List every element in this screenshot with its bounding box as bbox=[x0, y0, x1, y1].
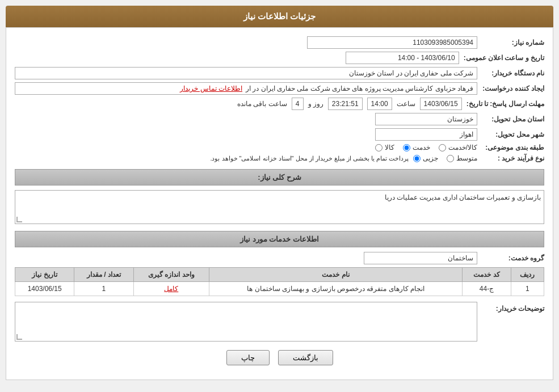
back-button[interactable]: بازگشت bbox=[278, 350, 333, 365]
page-header: جزئیات اطلاعات نیاز bbox=[6, 6, 553, 27]
radio-khedmat[interactable] bbox=[403, 144, 410, 151]
radio-kala-item: کالا bbox=[375, 144, 394, 151]
grooh-value: ساختمان bbox=[364, 252, 477, 264]
ostan-row: استان محل تحویل: خوزستان bbox=[15, 113, 544, 125]
col-kod: کد خدمت bbox=[463, 268, 511, 282]
radio-khedmat-item: خدمت bbox=[403, 144, 430, 151]
sharh-value: بازسازی و تعمیرات ساختمان اداری مدیریت ع… bbox=[385, 193, 541, 201]
buyer-notes-row: توضیحات خریدار: bbox=[15, 302, 544, 342]
mohlat-saat-label: ساعت bbox=[397, 100, 415, 108]
tabaghebandi-radio-group: کالا/خدمت خدمت کالا bbox=[375, 144, 477, 151]
shomare-niaz-row: شماره نیاز: 1103093985005394 bbox=[15, 36, 544, 49]
mohlat-row: مهلت ارسال پاسخ: تا تاریخ: 1403/06/15 سا… bbox=[15, 98, 544, 110]
shahr-value: اهواز bbox=[375, 128, 477, 141]
idad-label: ایجاد کننده درخواست: bbox=[482, 85, 544, 92]
radio-kala-khedmat-item: کالا/خدمت bbox=[439, 144, 477, 151]
sharh-section-label: شرح کلی نیاز: bbox=[258, 173, 301, 182]
cell-radif: 1 bbox=[511, 282, 544, 296]
tarikh-label: تاریخ و ساعت اعلان عمومی: bbox=[464, 54, 544, 62]
sharh-container: بازسازی و تعمیرات ساختمان اداری مدیریت ع… bbox=[15, 190, 544, 224]
radio-kala-label: کالا bbox=[385, 144, 394, 151]
radio-motovaset-item: متوسط bbox=[447, 154, 477, 162]
mohlat-baqi: 23:21:51 bbox=[328, 98, 363, 110]
buyer-notes-container bbox=[15, 302, 477, 342]
sharh-section-title: شرح کلی نیاز: bbox=[15, 169, 544, 186]
mohlat-baqi-label: ساعت باقی مانده bbox=[237, 100, 287, 108]
radio-jozi[interactable] bbox=[413, 155, 421, 162]
mohlat-saat: 14:00 bbox=[367, 98, 392, 110]
resize-corner-icon-2 bbox=[16, 334, 22, 340]
mohlat-rooz: 4 bbox=[292, 98, 304, 110]
radio-khedmat-label: خدمت bbox=[413, 144, 430, 151]
khedamat-section-label: اطلاعات خدمات مورد نیاز bbox=[240, 235, 319, 243]
tarikh-value: 1403/06/10 - 14:00 bbox=[346, 52, 459, 64]
cell-nam: انجام کارهای متفرقه درخصوص بازسازی و بهس… bbox=[209, 282, 463, 296]
nam-dastgah-label: نام دستگاه خریدار: bbox=[482, 69, 544, 77]
button-bar: بازگشت چاپ bbox=[15, 350, 544, 371]
tabaghebandi-row: طبقه بندی موضوعی: کالا/خدمت خدمت کالا bbox=[15, 144, 544, 151]
nam-dastgah-row: نام دستگاه خریدار: شرکت ملی حفاری ایران … bbox=[15, 67, 544, 79]
grooh-row: گروه خدمت: ساختمان bbox=[15, 252, 544, 264]
farayand-text: پرداخت تمام یا بخشی از مبلغ خریدار از مح… bbox=[210, 155, 409, 162]
mohlat-rooz-label: روز و bbox=[308, 100, 323, 108]
sharh-value-box: بازسازی و تعمیرات ساختمان اداری مدیریت ع… bbox=[15, 190, 544, 224]
cell-tarikh: 1403/06/15 bbox=[15, 282, 74, 296]
col-radif: ردیف bbox=[511, 268, 544, 282]
shahr-row: شهر محل تحویل: اهواز bbox=[15, 128, 544, 141]
table-row: 1ج-44انجام کارهای متفرقه درخصوص بازسازی … bbox=[15, 282, 544, 296]
radio-kala-khedmat[interactable] bbox=[439, 144, 446, 151]
ostan-label: استان محل تحویل: bbox=[482, 115, 544, 123]
header-title: جزئیات اطلاعات نیاز bbox=[243, 11, 316, 21]
col-tedad: تعداد / مقدار bbox=[74, 268, 133, 282]
khedamat-section-title: اطلاعات خدمات مورد نیاز bbox=[15, 231, 544, 247]
tabaghebandi-label: طبقه بندی موضوعی: bbox=[482, 144, 544, 151]
col-vahed: واحد اندازه گیری bbox=[133, 268, 209, 282]
main-content: شماره نیاز: 1103093985005394 تاریخ و ساع… bbox=[6, 27, 553, 380]
cell-kod: ج-44 bbox=[463, 282, 511, 296]
nam-dastgah-value: شرکت ملی حفاری ایران در استان خوزستان bbox=[15, 67, 477, 79]
farayand-row: نوع فرآیند خرید : متوسط جزیی پرداخت تمام… bbox=[15, 154, 544, 162]
shomare-niaz-value: 1103093985005394 bbox=[307, 36, 477, 49]
buyer-notes-label: توضیحات خریدار: bbox=[482, 302, 544, 313]
shomare-niaz-label: شماره نیاز: bbox=[482, 39, 544, 47]
idad-row: ایجاد کننده درخواست: فرهاد حزباوی کارشنا… bbox=[15, 82, 544, 95]
farayand-label: نوع فرآیند خرید : bbox=[482, 154, 544, 162]
radio-kala-khedmat-label: کالا/خدمت bbox=[448, 144, 477, 151]
buyer-notes-box bbox=[15, 302, 477, 342]
cell-vahed: کامل bbox=[133, 282, 209, 296]
cell-tedad: 1 bbox=[74, 282, 133, 296]
ostan-value: خوزستان bbox=[375, 113, 477, 125]
shahr-label: شهر محل تحویل: bbox=[482, 130, 544, 138]
resize-corner-icon bbox=[16, 217, 22, 222]
col-nam: نام خدمت bbox=[209, 268, 463, 282]
tarikh-row: تاریخ و ساعت اعلان عمومی: 1403/06/10 - 1… bbox=[15, 52, 544, 64]
radio-motovaset[interactable] bbox=[447, 155, 454, 162]
idad-value-box: فرهاد حزباوی کارشناس مدیریت پروژه های حف… bbox=[15, 82, 477, 95]
idad-link[interactable]: اطلاعات تماس خریدار bbox=[180, 85, 242, 92]
print-button[interactable]: چاپ bbox=[226, 350, 270, 365]
radio-jozi-item: جزیی bbox=[413, 154, 438, 162]
col-tarikh: تاریخ نیاز bbox=[15, 268, 74, 282]
farayand-radio-group: متوسط جزیی bbox=[413, 154, 477, 162]
mohlat-label: مهلت ارسال پاسخ: تا تاریخ: bbox=[466, 100, 544, 108]
radio-motovaset-label: متوسط bbox=[456, 154, 477, 162]
page-wrapper: جزئیات اطلاعات نیاز شماره نیاز: 11030939… bbox=[0, 0, 559, 392]
mohlat-date: 1403/06/15 bbox=[420, 98, 462, 110]
radio-jozi-label: جزیی bbox=[423, 154, 438, 162]
idad-value: فرهاد حزباوی کارشناس مدیریت پروژه های حف… bbox=[246, 85, 473, 92]
grooh-label: گروه خدمت: bbox=[482, 254, 544, 262]
services-table: ردیف کد خدمت نام خدمت واحد اندازه گیری ت… bbox=[15, 267, 544, 296]
radio-kala[interactable] bbox=[375, 144, 383, 151]
